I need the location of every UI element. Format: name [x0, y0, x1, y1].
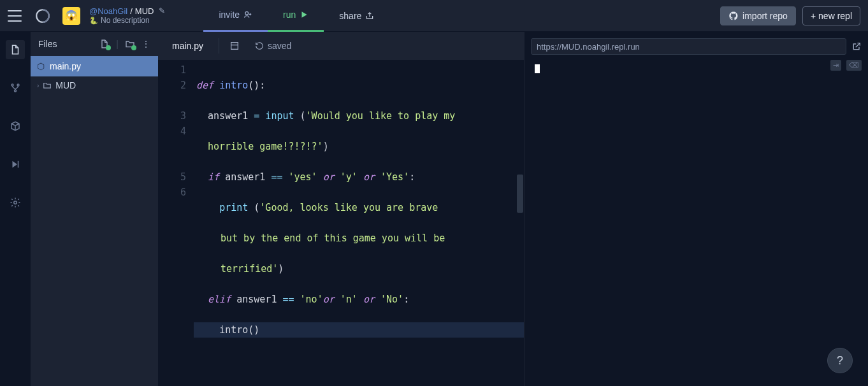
new-folder-button[interactable]	[125, 39, 135, 49]
plus-icon: +	[811, 11, 816, 21]
run-button[interactable]: run	[268, 0, 324, 32]
project-separator: /	[130, 6, 133, 17]
new-repl-button[interactable]: + new repl	[802, 6, 860, 25]
add-user-icon	[243, 10, 252, 19]
svg-point-3	[17, 84, 19, 86]
svg-point-6	[14, 201, 17, 204]
branch-icon	[10, 82, 21, 94]
console-output[interactable]: ⇥ ⌫	[524, 56, 868, 386]
debugger-tab[interactable]	[0, 154, 31, 175]
saved-indicator: saved	[255, 41, 291, 51]
file-name: main.py	[50, 61, 81, 71]
package-icon	[10, 120, 21, 132]
repl-url-input[interactable]	[531, 38, 846, 55]
project-description: No description	[101, 16, 150, 25]
files-tab[interactable]	[0, 39, 31, 60]
folder-name: MUD	[55, 80, 76, 90]
layout-icon	[229, 41, 240, 51]
packages-tab[interactable]	[0, 116, 31, 136]
svg-point-1	[245, 11, 249, 15]
file-icon	[10, 44, 21, 55]
user-link[interactable]: @NoahGil	[89, 6, 127, 17]
editor-tab-main[interactable]: main.py	[167, 38, 208, 54]
edit-icon[interactable]: ✎	[159, 6, 165, 15]
settings-tab[interactable]	[0, 192, 31, 213]
python-file-icon: ⬡	[37, 61, 45, 71]
chevron-right-icon: ›	[37, 82, 39, 89]
scrollbar[interactable]	[517, 175, 523, 213]
folder-mud[interactable]: › MUD	[31, 76, 158, 94]
console-clear-button[interactable]: ⌫	[846, 60, 862, 71]
invite-button[interactable]: invite	[203, 0, 268, 32]
file-main-py[interactable]: ⬡ main.py	[31, 56, 158, 76]
gear-icon	[10, 197, 21, 208]
share-button[interactable]: share	[324, 0, 389, 32]
open-external-button[interactable]	[851, 41, 862, 52]
avatar: 😱	[62, 7, 80, 25]
project-name[interactable]: MUD	[135, 6, 154, 17]
github-icon	[728, 11, 739, 21]
share-icon	[365, 11, 374, 20]
layout-button[interactable]	[229, 41, 240, 51]
svg-rect-5	[18, 161, 19, 168]
menu-button[interactable]	[8, 10, 22, 22]
folder-icon	[43, 81, 52, 90]
files-title: Files	[38, 39, 57, 49]
code-editor[interactable]: 1 2 3 4 5 6 def intro(): answer1 = input…	[158, 60, 524, 386]
debug-icon	[10, 159, 21, 170]
play-icon	[300, 10, 308, 19]
history-icon	[255, 41, 264, 50]
svg-rect-7	[231, 43, 238, 50]
replit-logo	[33, 6, 52, 25]
help-button[interactable]: ?	[827, 348, 853, 373]
console-input-button[interactable]: ⇥	[830, 60, 841, 71]
code-content[interactable]: def intro(): answer1 = input ('Would you…	[194, 60, 524, 386]
files-more-button[interactable]: ⋮	[141, 39, 150, 49]
project-info: @NoahGil/MUD ✎ 🐍 No description	[89, 6, 165, 25]
import-repo-button[interactable]: import repo	[720, 6, 796, 25]
external-link-icon	[851, 41, 862, 52]
svg-point-2	[11, 84, 13, 86]
line-gutter: 1 2 3 4 5 6	[158, 60, 194, 386]
cursor	[535, 64, 540, 73]
svg-point-4	[15, 90, 17, 92]
new-file-button[interactable]	[99, 39, 110, 49]
python-icon: 🐍	[89, 17, 98, 25]
version-control-tab[interactable]	[0, 78, 31, 98]
